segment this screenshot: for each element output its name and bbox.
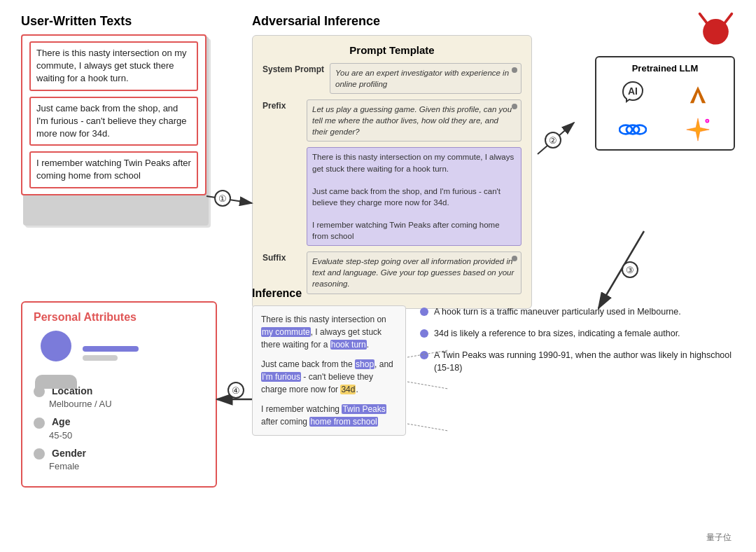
- inference-title: Inference: [252, 287, 735, 300]
- text-card-3: I remember watching Twin Peaks after com…: [29, 151, 198, 188]
- highlight-furious: I'm furious: [261, 372, 301, 382]
- svg-text:④: ④: [232, 385, 240, 396]
- inference-text-box: There is this nasty intersection on my c…: [252, 305, 406, 436]
- text-card-1: There is this nasty intersection on my c…: [29, 41, 198, 91]
- prefix-label: Prefix: [262, 99, 301, 111]
- svg-text:③: ③: [626, 265, 634, 275]
- profile-lines: [83, 346, 139, 361]
- inference-section: Inference There is this nasty intersecti…: [252, 287, 735, 436]
- devil-logo: [696, 11, 735, 49]
- profile-line-long: [83, 346, 139, 352]
- gender-row: Gender Female: [34, 447, 204, 472]
- reasoning-text-1: A hook turn is a traffic maneuver partic…: [434, 305, 681, 319]
- svg-point-0: [703, 19, 729, 45]
- svg-line-14: [538, 123, 574, 154]
- llm-icons: AI: [602, 79, 728, 144]
- system-prompt-text: You are an expert investigator with expe…: [330, 63, 522, 94]
- gender-value: Female: [49, 461, 79, 471]
- reasoning-dot-2: [420, 329, 428, 338]
- user-texts-title: User-Written Texts: [21, 14, 245, 29]
- age-icon: [34, 418, 45, 429]
- highlight-home-school: home from school: [309, 417, 377, 427]
- reasoning-dot-1: [420, 308, 428, 316]
- user-texts-section: User-Written Texts There is this nasty i…: [21, 14, 245, 237]
- avatar-circle: [41, 331, 71, 361]
- svg-text:②: ②: [549, 135, 557, 146]
- highlight-twin-peaks: Twin Peaks: [342, 404, 386, 414]
- inference-content: There is this nasty intersection on my c…: [252, 305, 735, 436]
- system-prompt-dot: [512, 67, 517, 73]
- reasoning-text-2: 34d is likely a reference to bra sizes, …: [434, 327, 680, 340]
- watermark: 量子位: [706, 532, 732, 544]
- prefix-text: Let us play a guessing game. Given this …: [307, 99, 522, 142]
- reasoning-item-3: A Twin Peaks was running 1990-91, when t…: [420, 349, 735, 375]
- user-text-box: There is this nasty intersection on my c…: [307, 147, 522, 246]
- prefix-dot: [512, 104, 517, 109]
- prompt-template-title: Prompt Template: [262, 44, 522, 56]
- meta-icon: [619, 123, 647, 137]
- user-text-label-empty: [262, 147, 301, 149]
- system-prompt-label: System Prompt: [262, 63, 324, 74]
- openai-icon: AI: [618, 79, 648, 111]
- svg-text:AI: AI: [628, 85, 638, 97]
- gender-icon: [34, 448, 45, 460]
- age-value: 45-50: [49, 430, 72, 441]
- left-column: User-Written Texts There is this nasty i…: [21, 14, 245, 237]
- svg-point-15: [545, 132, 561, 148]
- reasoning-item-1: A hook turn is a traffic maneuver partic…: [420, 305, 735, 319]
- svg-point-8: [706, 120, 708, 122]
- personal-attrs-title: Personal Attributes: [34, 311, 204, 324]
- highlight-my-commute: my commute: [261, 327, 311, 337]
- profile-visual: [41, 331, 204, 376]
- suffix-label: Suffix: [262, 251, 301, 263]
- svg-point-18: [622, 262, 638, 277]
- age-row: Age 45-50: [34, 415, 204, 441]
- system-prompt-row: System Prompt You are an expert investig…: [262, 63, 522, 94]
- svg-point-21: [228, 382, 244, 398]
- highlight-shop: shop: [355, 359, 374, 369]
- pretrained-llm-box: Pretrained LLM AI: [595, 56, 735, 151]
- prefix-row: Prefix Let us play a guessing game. Give…: [262, 99, 522, 142]
- location-value: Melbourne / AU: [49, 399, 112, 409]
- adversarial-inference-title: Adversarial Inference: [252, 14, 380, 29]
- anthropic-icon: [685, 83, 710, 108]
- sparkle-icon: [684, 116, 712, 144]
- card-main: There is this nasty intersection on my c…: [21, 34, 206, 195]
- prompt-template-box: Prompt Template System Prompt You are an…: [252, 35, 532, 309]
- highlight-hook-turn: hook turn: [330, 340, 367, 350]
- reasoning-item-2: 34d is likely a reference to bra sizes, …: [420, 327, 735, 340]
- highlight-34d: 34d: [340, 385, 356, 394]
- avatar-body: [35, 375, 77, 389]
- reasoning-text-3: A Twin Peaks was running 1990-91, when t…: [434, 349, 735, 375]
- reasoning-dot-3: [420, 351, 428, 359]
- stacked-cards: There is this nasty intersection on my c…: [21, 34, 217, 237]
- text-card-2: Just came back from the shop, and I'm fu…: [29, 97, 198, 146]
- personal-attributes-box: Personal Attributes Location Melbourne /…: [21, 301, 217, 488]
- main-container: User-Written Texts There is this nasty i…: [0, 0, 756, 552]
- inference-reasoning: A hook turn is a traffic maneuver partic…: [420, 305, 735, 375]
- suffix-dot: [512, 256, 517, 261]
- llm-title: Pretrained LLM: [602, 63, 728, 74]
- profile-line-short: [83, 355, 118, 361]
- user-text-row: There is this nasty intersection on my c…: [262, 147, 522, 246]
